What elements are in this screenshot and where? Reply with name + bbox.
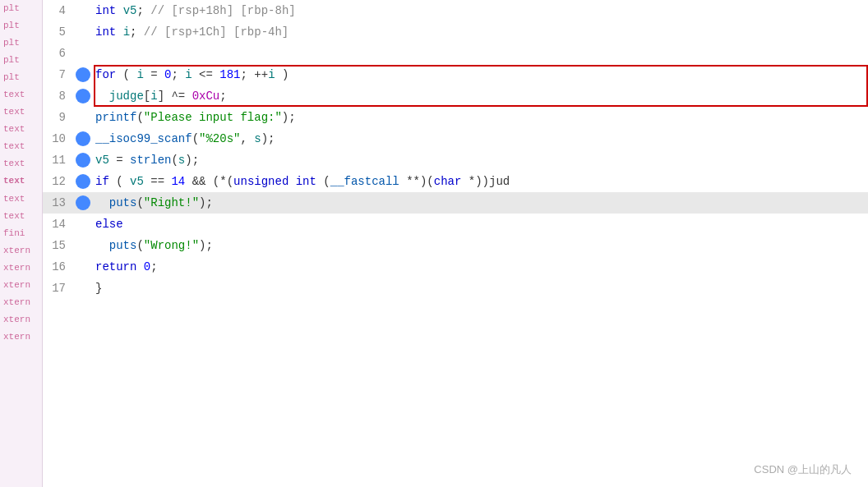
line-num-8: 8	[43, 85, 76, 107]
sidebar-item-4: plt	[0, 52, 42, 69]
sidebar-item-14: fini	[0, 225, 42, 242]
no-dot-5	[76, 25, 90, 39]
line-num-14: 14	[43, 214, 76, 235]
code-line-14: 14 else	[43, 214, 868, 235]
sidebar-item-17: xtern	[0, 277, 42, 294]
breakpoint-13	[76, 195, 90, 210]
code-line-15: 15 puts("Wrong!");	[43, 235, 868, 256]
line-num-15: 15	[43, 235, 76, 256]
line-num-13: 13	[43, 192, 76, 214]
line-num-11: 11	[43, 149, 76, 171]
code-line-5: 5 int i; // [rsp+1Ch] [rbp-4h]	[43, 21, 868, 43]
watermark: CSDN @上山的凡人	[754, 462, 852, 477]
no-dot-15	[76, 238, 90, 253]
breakpoint-8	[76, 89, 90, 103]
sidebar-item-1: plt	[0, 0, 42, 17]
sidebar-item-18: xtern	[0, 294, 42, 311]
sidebar-item-8: text	[0, 121, 42, 138]
sidebar-item-11: text	[0, 172, 42, 190]
code-line-10: 10 __isoc99_scanf("%20s", s);	[43, 128, 868, 149]
code-text-16: return 0;	[95, 256, 158, 278]
code-line-13: 13 puts("Right!");	[43, 192, 868, 214]
code-text-13: puts("Right!");	[95, 192, 213, 214]
sidebar-item-12: text	[0, 191, 42, 208]
sidebar-item-5: plt	[0, 69, 42, 86]
sidebar-item-19: xtern	[0, 311, 42, 328]
sidebar-item-6: text	[0, 86, 42, 103]
sidebar-item-10: text	[0, 155, 42, 172]
line-num-4: 4	[43, 0, 76, 21]
code-text-8: judge[i] ^= 0xCu;	[95, 85, 227, 107]
line-num-5: 5	[43, 21, 76, 43]
sidebar-item-13: text	[0, 208, 42, 225]
sidebar: plt plt plt plt plt text text text text …	[0, 0, 43, 487]
line-num-6: 6	[43, 43, 76, 64]
code-line-16: 16 return 0;	[43, 256, 868, 278]
no-dot-6	[76, 46, 90, 61]
code-text-11: v5 = strlen(s);	[95, 149, 199, 171]
line-num-16: 16	[43, 256, 76, 278]
code-line-6: 6	[43, 43, 868, 64]
sidebar-item-15: xtern	[0, 242, 42, 260]
code-text-15: puts("Wrong!");	[95, 235, 213, 256]
main-content: 4 int v5; // [rsp+18h] [rbp-8h] 5 int i;…	[43, 0, 868, 487]
code-text-7: for ( i = 0; i <= 181; ++i )	[95, 64, 289, 85]
code-text-5: int i; // [rsp+1Ch] [rbp-4h]	[95, 21, 289, 43]
code-line-11: 11 v5 = strlen(s);	[43, 149, 868, 171]
no-dot-17	[76, 281, 90, 296]
breakpoint-11	[76, 153, 90, 168]
no-dot-14	[76, 217, 90, 232]
code-text-10: __isoc99_scanf("%20s", s);	[95, 128, 275, 149]
line-num-12: 12	[43, 171, 76, 192]
code-text-9: printf("Please input flag:");	[95, 107, 296, 128]
code-line-7: 7 for ( i = 0; i <= 181; ++i )	[43, 64, 868, 85]
code-area: 4 int v5; // [rsp+18h] [rbp-8h] 5 int i;…	[43, 0, 868, 487]
sidebar-item-16: xtern	[0, 260, 42, 277]
code-text-12: if ( v5 == 14 && (*(unsigned int (__fast…	[95, 171, 510, 192]
breakpoint-12	[76, 174, 90, 189]
code-text-17: }	[95, 278, 102, 299]
line-num-9: 9	[43, 107, 76, 128]
code-line-17: 17 }	[43, 278, 868, 299]
code-line-4: 4 int v5; // [rsp+18h] [rbp-8h]	[43, 0, 868, 21]
no-dot-9	[76, 110, 90, 125]
breakpoint-7	[76, 67, 90, 82]
line-num-10: 10	[43, 128, 76, 149]
sidebar-item-7: text	[0, 103, 42, 121]
code-line-12: 12 if ( v5 == 14 && (*(unsigned int (__f…	[43, 171, 868, 192]
line-num-7: 7	[43, 64, 76, 85]
sidebar-item-20: xtern	[0, 328, 42, 346]
no-dot-16	[76, 260, 90, 274]
code-line-8: 8 judge[i] ^= 0xCu;	[43, 85, 868, 107]
code-text-4: int v5; // [rsp+18h] [rbp-8h]	[95, 0, 296, 21]
sidebar-item-9: text	[0, 138, 42, 155]
code-text-14: else	[95, 214, 123, 235]
no-dot-4	[76, 3, 90, 18]
code-line-9: 9 printf("Please input flag:");	[43, 107, 868, 128]
sidebar-item-2: plt	[0, 17, 42, 34]
red-box-wrapper: 7 for ( i = 0; i <= 181; ++i ) 8 judge[i…	[43, 64, 868, 107]
sidebar-item-3: plt	[0, 34, 42, 52]
line-num-17: 17	[43, 278, 76, 299]
breakpoint-10	[76, 131, 90, 146]
